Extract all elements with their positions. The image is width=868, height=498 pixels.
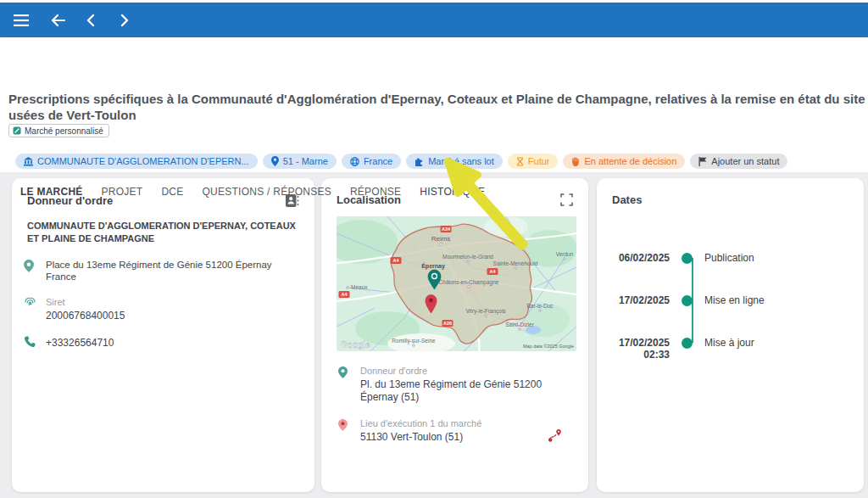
tab-historique-label: HISTORIQUE — [420, 186, 485, 198]
teal-pin-icon — [338, 365, 360, 404]
puzzle-icon — [415, 157, 424, 166]
map-attribution: Map data ©2025 Google — [523, 344, 574, 349]
pin-icon — [271, 156, 279, 166]
map-city-label: Mourmelon-le-Grand — [442, 254, 493, 260]
timeline-event-mise-en-ligne: 17/02/2025 Mise en ligne — [604, 279, 864, 322]
app-window: Prescriptions spécifiques à la Communaut… — [0, 0, 868, 498]
map-city-label: Meaux — [351, 284, 368, 290]
event-date: 17/02/2025 02:33 — [604, 337, 670, 364]
google-map[interactable]: A34 A4 A4 A4 A26 Reims Mourmelon-le-Gran… — [337, 216, 576, 351]
custom-market-badge-label: Marché personnalisé — [25, 126, 103, 136]
legend-execution-value: 51130 Vert-Toulon (51) — [360, 431, 481, 444]
org-name: COMMUNAUTE D'AGGLOMERATION D'EPERNAY, CO… — [27, 220, 299, 245]
globe-icon — [350, 157, 359, 166]
google-logo[interactable]: Google — [341, 340, 370, 350]
legend-buyer-row: Donneur d'ordre Pl. du 13eme Régiment de… — [338, 365, 573, 404]
chip-buyer[interactable]: COMMUNAUTE D'AGGLOMERATION D'EPERN... — [15, 154, 258, 169]
road-badge: A26 — [443, 321, 452, 326]
chip-status-decision[interactable]: En attente de décision — [563, 154, 685, 169]
chip-add-status-label: Ajouter un statut — [711, 156, 779, 166]
chip-status-decision-label: En attente de décision — [584, 156, 676, 166]
legend-execution-row: Lieu d'exécution 1 du marché 51130 Vert-… — [338, 417, 573, 444]
page-title-line1: Prescriptions spécifiques à la Communaut… — [8, 91, 868, 107]
chip-country-label: France — [364, 156, 392, 166]
chip-department[interactable]: 51 - Marne — [263, 154, 337, 169]
timeline-dot — [682, 295, 693, 306]
phone-row: +33326564710 — [24, 335, 299, 349]
timeline-event-publication: 06/02/2025 Publication — [604, 237, 864, 279]
map-city-label: Sainte-Menehould — [493, 260, 538, 266]
hourglass-icon — [516, 157, 524, 166]
legend-buyer-label: Donneur d'ordre — [360, 365, 542, 377]
dates-card-title: Dates — [612, 193, 642, 206]
chip-lot-type[interactable]: Marché sans lot — [406, 154, 503, 169]
chevron-right-icon[interactable] — [114, 9, 136, 31]
map-city-label: Châlons-en-Champagne — [439, 279, 499, 286]
fullscreen-expand-icon[interactable] — [560, 193, 573, 206]
road-badge: A4 — [341, 292, 348, 297]
phone-value: +33326564710 — [46, 335, 114, 349]
phone-icon — [24, 335, 46, 349]
route-directions-icon[interactable] — [548, 428, 563, 446]
dates-card: Dates 06/02/2025 Publication 17/02/2025 … — [597, 178, 864, 492]
event-date: 17/02/2025 — [604, 294, 670, 322]
tab-projet-label: PROJET — [102, 186, 143, 198]
timeline-dot — [682, 338, 693, 349]
chip-status-futur-label: Futur — [528, 156, 550, 166]
timeline-dot — [682, 253, 693, 264]
red-pin-icon — [338, 417, 360, 444]
back-arrow-icon[interactable] — [47, 9, 70, 31]
map-city-label: Verdun — [556, 251, 574, 257]
chevron-left-icon[interactable] — [80, 9, 102, 31]
timeline-event-mise-a-jour: 17/02/2025 02:33 Mise à jour — [604, 322, 864, 364]
fingerprint-icon — [24, 296, 46, 322]
road-badge: A4 — [392, 258, 399, 263]
chip-status-futur[interactable]: Futur — [508, 154, 559, 169]
status-chip-row: COMMUNAUTE D'AGGLOMERATION D'EPERN... 51… — [15, 154, 787, 169]
map-city-label: Saint-Dizier — [505, 322, 534, 327]
address-text: Place du 13eme Régiment de Génie 51200 É… — [46, 259, 299, 283]
edit-square-icon — [13, 126, 21, 135]
map-city-label: Épernay — [421, 262, 445, 270]
hamburger-menu-icon[interactable] — [10, 9, 32, 31]
siret-row: Siret 20006768400015 — [24, 296, 299, 322]
chip-lot-type-label: Marché sans lot — [428, 156, 494, 166]
main-content: Donneur d'ordre COMMUNAUTE D'AGGLOMERATI… — [0, 172, 868, 498]
event-label: Mise à jour — [704, 337, 754, 364]
top-navigation-bar — [0, 3, 868, 37]
road-badge: A34 — [442, 227, 451, 232]
address-row: Place du 13eme Régiment de Génie 51200 É… — [24, 259, 299, 283]
event-date: 06/02/2025 — [604, 252, 670, 279]
dates-timeline: 06/02/2025 Publication 17/02/2025 Mise e… — [597, 237, 864, 364]
event-date-time: 02:33 — [604, 349, 670, 361]
page-header: Prescriptions spécifiques à la Communaut… — [0, 37, 868, 172]
tab-questions-reponses-label: QUESTIONS / RÉPONSES — [203, 186, 331, 198]
donneur-ordre-card: Donneur d'ordre COMMUNAUTE D'AGGLOMERATI… — [12, 178, 314, 492]
map-city-label: Bar-le-Duc — [526, 303, 554, 309]
legend-buyer-value: Pl. du 13eme Régiment de Génie 51200 Épe… — [360, 378, 542, 404]
event-label: Publication — [704, 252, 754, 279]
tab-dce-label: DCE — [161, 186, 183, 198]
localisation-card: Localisation — [321, 178, 588, 492]
siret-label: Siret — [46, 296, 125, 308]
siret-value: 20006768400015 — [46, 310, 125, 322]
event-label: Mise en ligne — [704, 294, 765, 322]
page-title: Prescriptions spécifiques à la Communaut… — [8, 91, 868, 123]
map-city-label: Vitry-le-François — [465, 308, 506, 315]
road-badge: A4 — [489, 269, 496, 274]
chip-department-label: 51 - Marne — [283, 156, 328, 166]
flag-icon — [698, 157, 707, 166]
chip-buyer-label: COMMUNAUTE D'AGGLOMERATION D'EPERN... — [37, 156, 249, 166]
page-title-line2: usées de Vert-Toulon — [8, 107, 868, 123]
event-date-day: 17/02/2025 — [604, 337, 670, 349]
location-pin-icon — [24, 259, 46, 283]
legend-execution-label: Lieu d'exécution 1 du marché — [360, 417, 481, 429]
map-city-label: Reims — [431, 235, 451, 243]
bank-icon — [24, 157, 33, 166]
tab-le-marche-label: LE MARCHÉ — [20, 186, 83, 198]
raised-hand-icon — [571, 157, 580, 166]
chip-country[interactable]: France — [342, 154, 401, 169]
chip-add-status[interactable]: Ajouter un statut — [690, 154, 787, 169]
map-city-label: Romilly-sur-Seine — [392, 338, 436, 344]
tab-reponse-label: RÉPONSE — [350, 186, 401, 198]
